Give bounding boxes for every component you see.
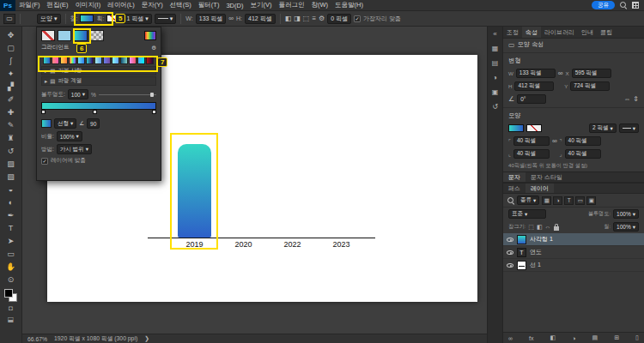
- tab-character[interactable]: 문자: [503, 172, 526, 182]
- brush-tool[interactable]: ✎: [3, 118, 20, 131]
- layer-row-rectangle[interactable]: 사각형 1: [503, 233, 644, 246]
- menu-item[interactable]: 창(W): [307, 1, 331, 9]
- move-tool[interactable]: ✥: [3, 28, 20, 41]
- delete-layer-icon[interactable]: ▯: [635, 334, 639, 341]
- workspace-switcher-icon[interactable]: [632, 2, 639, 9]
- blend-mode-select[interactable]: 표준 ▾: [508, 209, 546, 219]
- layer-row-line[interactable]: 선 1: [503, 259, 644, 272]
- h-field[interactable]: 412 픽셀: [514, 81, 554, 91]
- tab-adjustments[interactable]: 조정: [503, 27, 522, 38]
- menu-item[interactable]: 선택(S): [167, 1, 195, 9]
- collapse-panels-icon[interactable]: «: [493, 30, 496, 38]
- layer-effects-icon[interactable]: fx: [529, 335, 533, 341]
- link-wh-icon[interactable]: ∞: [558, 69, 563, 77]
- visibility-eye-icon[interactable]: [507, 238, 513, 242]
- menu-item[interactable]: 파일(F): [15, 1, 44, 9]
- path-operations-icon[interactable]: ◧: [285, 15, 292, 22]
- gradient-stop[interactable]: [41, 110, 46, 114]
- stroke-width-field[interactable]: 1 픽셀 ▾: [123, 14, 151, 24]
- gradient-stop[interactable]: [152, 110, 156, 114]
- gradient-type-select[interactable]: 선형 ▾: [54, 118, 76, 129]
- expand-arrow-icon[interactable]: ▸: [45, 78, 47, 85]
- radius-tr-field[interactable]: 40 픽셀: [565, 136, 601, 146]
- menu-item[interactable]: 필터(T): [195, 1, 223, 9]
- color-picker-icon[interactable]: [144, 31, 156, 40]
- lasso-tool[interactable]: ʃ: [3, 54, 20, 67]
- opacity-field[interactable]: 100% ▾: [613, 209, 639, 219]
- visibility-eye-icon[interactable]: [507, 263, 513, 268]
- lock-transparent-icon[interactable]: ⬚: [528, 224, 534, 231]
- radius-br-field[interactable]: 40 픽셀: [565, 149, 601, 159]
- x-field[interactable]: 595 픽셀: [572, 69, 611, 78]
- foreground-color-swatch[interactable]: [4, 289, 13, 298]
- eyedropper-tool[interactable]: ✐: [3, 93, 20, 105]
- opacity-slider[interactable]: [99, 94, 156, 95]
- status-chevron-icon[interactable]: ❯: [144, 335, 149, 342]
- zoom-tool[interactable]: ⊙: [3, 273, 20, 286]
- lock-pixels-icon[interactable]: ◧: [537, 224, 543, 231]
- filter-pixel-icon[interactable]: ▦: [542, 196, 551, 205]
- quick-selection-tool[interactable]: ✦: [3, 67, 20, 80]
- type-tool[interactable]: T: [3, 221, 20, 234]
- stroke-swatch[interactable]: [526, 124, 542, 132]
- layer-name[interactable]: 사각형 1: [530, 235, 553, 244]
- transform-header[interactable]: 변형: [503, 55, 644, 67]
- libraries-panel-icon[interactable]: ▣: [492, 88, 499, 96]
- path-selection-tool[interactable]: ➤: [3, 234, 20, 247]
- dodge-tool[interactable]: ◐: [3, 196, 20, 208]
- gradient-tool[interactable]: ▧: [3, 170, 20, 183]
- method-select[interactable]: 가시 범위 ▾: [57, 144, 92, 154]
- gear-icon[interactable]: ⚙: [319, 15, 325, 22]
- lock-position-icon[interactable]: ⇔: [545, 224, 551, 230]
- fill-swatch[interactable]: [508, 124, 524, 132]
- menu-item[interactable]: 편집(E): [44, 1, 72, 9]
- appearance-header[interactable]: 모양: [503, 110, 644, 122]
- pen-tool[interactable]: ✒: [3, 208, 20, 221]
- crop-tool[interactable]: ▞: [3, 80, 20, 93]
- link-radius-icon[interactable]: ∞: [552, 137, 557, 145]
- layer-name[interactable]: 선 1: [530, 261, 541, 269]
- menu-item[interactable]: 문자(Y): [138, 1, 167, 9]
- layer-thumbnail[interactable]: [517, 235, 526, 244]
- gradient-style-swatch[interactable]: [41, 119, 52, 128]
- tab-properties[interactable]: 속성: [522, 27, 541, 38]
- radius-tl-field[interactable]: 40 픽셀: [513, 136, 550, 146]
- photoshop-logo-icon[interactable]: Ps: [0, 0, 15, 11]
- adjustment-layer-icon[interactable]: ◑: [572, 335, 575, 341]
- height-field[interactable]: 412 픽셀: [245, 14, 276, 24]
- gear-icon[interactable]: ⚙: [151, 45, 156, 51]
- layer-thumbnail[interactable]: T: [517, 248, 526, 257]
- radius-bl-field[interactable]: 40 픽셀: [513, 149, 550, 159]
- tab-character-styles[interactable]: 문자 스타일: [526, 172, 568, 182]
- opacity-field[interactable]: 100 ▾: [68, 89, 88, 99]
- gradient-folder-row[interactable]: ▸ ▤ 파랑 계열: [41, 76, 156, 86]
- color-panel-icon[interactable]: ▦: [492, 45, 499, 52]
- align-icon[interactable]: ≡: [312, 15, 316, 22]
- layer-mask-icon[interactable]: ◧: [550, 334, 556, 341]
- lock-all-icon[interactable]: [554, 226, 559, 231]
- shape-tool[interactable]: ▭: [3, 247, 20, 260]
- tab-guides[interactable]: 안내: [578, 27, 597, 38]
- solid-fill-button[interactable]: [58, 30, 71, 41]
- healing-brush-tool[interactable]: ✚: [3, 105, 20, 118]
- opacity-slider-knob[interactable]: [150, 93, 154, 97]
- screen-mode-icon[interactable]: ⬓: [3, 314, 20, 325]
- visibility-eye-icon[interactable]: [507, 250, 513, 255]
- menu-item[interactable]: 플러그인: [275, 1, 307, 9]
- corner-radius-field[interactable]: 0 픽셀: [327, 14, 351, 24]
- filter-shape-icon[interactable]: ▭: [575, 196, 585, 205]
- clone-stamp-tool[interactable]: ♜: [3, 131, 20, 144]
- blur-tool[interactable]: ◒: [3, 183, 20, 196]
- link-dimensions-icon[interactable]: ∞: [228, 15, 234, 22]
- zoom-level[interactable]: 66.67%: [27, 336, 47, 342]
- share-button[interactable]: 공유: [592, 1, 615, 9]
- menu-item[interactable]: 이미지(I): [72, 1, 105, 9]
- hand-tool[interactable]: ✋: [3, 260, 20, 273]
- tab-paths[interactable]: 패스: [503, 184, 526, 193]
- eraser-tool[interactable]: ▨: [3, 157, 20, 170]
- align-with-layer-checkbox[interactable]: ✓: [41, 158, 48, 165]
- menu-item[interactable]: 보기(V): [246, 1, 275, 9]
- tab-libraries[interactable]: 라이브러리: [541, 27, 578, 38]
- menu-item[interactable]: 3D(D): [222, 2, 246, 9]
- stroke-style-select[interactable]: ▾: [155, 14, 177, 24]
